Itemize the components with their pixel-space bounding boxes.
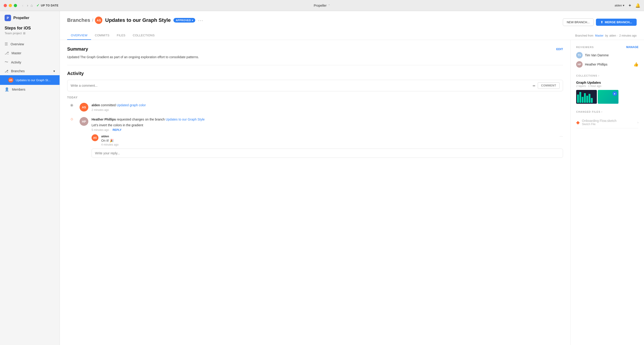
sidebar-item-master[interactable]: ⎇ Master bbox=[0, 48, 60, 58]
collection-item: Graph Updates 2 layers · 1 hour ago bbox=[576, 80, 638, 104]
breadcrumb: Branches / AS Updates to our Graph Style… bbox=[67, 16, 203, 24]
branch-info: Branched from Master by alden · 2 minute… bbox=[575, 34, 637, 37]
commit-avatar: AS bbox=[80, 103, 88, 112]
title-bar: ‹ › ⌂ ✓ UP TO DATE Propeller ⌃ alden ▾ ✦… bbox=[0, 0, 644, 11]
chevron-down-icon: ▾ bbox=[623, 4, 624, 7]
commit-link[interactable]: Updated graph color bbox=[116, 103, 146, 107]
reviewer-avatar-0: TV bbox=[576, 52, 582, 58]
edit-button[interactable]: EDIT bbox=[556, 48, 563, 51]
sidebar-item-overview[interactable]: ☰ Overview bbox=[0, 40, 60, 48]
diamond-icon: ◇ bbox=[70, 117, 73, 121]
user-menu[interactable]: alden ▾ bbox=[614, 4, 624, 7]
close-button[interactable] bbox=[4, 4, 7, 7]
branch-title: Updates to our Graph Style bbox=[105, 17, 171, 23]
bar-5 bbox=[586, 96, 588, 103]
maximize-button[interactable] bbox=[14, 4, 17, 7]
sidebar-item-branches[interactable]: ⎇ Branches ▾ bbox=[0, 67, 60, 75]
bell-icon[interactable]: 🔔 bbox=[635, 3, 640, 8]
activity-item-review: ◇ HP Heather Phillips requested changes … bbox=[67, 117, 563, 158]
tab-commits[interactable]: COMMITS bbox=[91, 31, 113, 40]
manage-link[interactable]: MANAGE bbox=[626, 46, 638, 49]
comment-button[interactable]: COMMENT bbox=[538, 82, 560, 89]
nested-time: 4 minutes ago bbox=[101, 143, 563, 146]
summary-title: Summary bbox=[67, 46, 88, 52]
home-button[interactable]: ⌂ bbox=[30, 4, 33, 8]
collections-title: COLLECTIONS bbox=[576, 74, 597, 77]
activity-icon: 〜 bbox=[4, 60, 8, 65]
sidebar-nav: ☰ Overview ⎇ Master 〜 Activity ⎇ Branche… bbox=[0, 40, 60, 94]
reviewer-name-1: Heather Phillips bbox=[585, 62, 631, 66]
content-body: Summary EDIT Updated The Graph Gradient … bbox=[60, 40, 644, 345]
comment-input-container: ⬌ COMMENT bbox=[67, 80, 563, 91]
master-link[interactable]: Master bbox=[595, 34, 604, 37]
reviewer-avatar-1: HP bbox=[576, 61, 582, 68]
tabs: OVERVIEW COMMITS FILES COLLECTIONS bbox=[67, 31, 158, 40]
changed-files-header: CHANGED FILES › bbox=[576, 110, 638, 114]
file-item-0[interactable]: ◆ Onboarding Flow.sketch Sketch File › bbox=[576, 116, 638, 128]
sidebar-item-activity[interactable]: 〜 Activity bbox=[0, 58, 60, 67]
bar-3 bbox=[582, 97, 584, 103]
nested-content: alden ··· On it! 🎉 4 minutes ago bbox=[101, 134, 563, 146]
reply-input[interactable] bbox=[95, 151, 560, 155]
chevron-icon: ⌃ bbox=[328, 4, 330, 7]
reviewer-name-0: Tim Van Damme bbox=[585, 53, 638, 57]
reviewers-section: REVIEWERS MANAGE TV Tim Van Damme HP Hea… bbox=[576, 46, 638, 68]
thumbs-up-icon: 👍 bbox=[634, 62, 638, 67]
reply-link[interactable]: REPLY bbox=[112, 128, 122, 132]
approved-badge[interactable]: APPROVED ▾ bbox=[174, 18, 195, 22]
sidebar-item-active-branch[interactable]: AS Updates to our Graph St... bbox=[0, 75, 60, 85]
collection-thumb-1[interactable]: ▶ bbox=[598, 90, 618, 104]
file-info: Onboarding Flow.sketch Sketch File bbox=[582, 119, 635, 126]
commit-time: 2 minutes ago bbox=[92, 108, 563, 112]
header-top-row: Branches / AS Updates to our Graph Style… bbox=[67, 16, 637, 28]
bar-7 bbox=[591, 98, 593, 103]
window-title: Propeller ⌃ bbox=[314, 4, 330, 7]
today-label: TODAY bbox=[67, 96, 563, 99]
branch-link[interactable]: Updates to our Graph Style bbox=[166, 118, 205, 121]
activity-item-commit: ◉ AS alden committed Updated graph color… bbox=[67, 103, 563, 112]
traffic-lights bbox=[4, 4, 17, 7]
sketch-icon: ◆ bbox=[576, 120, 580, 125]
tab-collections[interactable]: COLLECTIONS bbox=[129, 31, 158, 40]
review-time: 5 minutes ago · REPLY bbox=[92, 128, 563, 132]
nested-header: alden ··· bbox=[101, 134, 563, 138]
more-options-button[interactable]: ··· bbox=[198, 18, 203, 23]
comment-input[interactable] bbox=[70, 84, 530, 88]
merge-branch-button[interactable]: ⬆ MERGE BRANCH... bbox=[596, 19, 637, 26]
summary-section-header: Summary EDIT bbox=[67, 46, 563, 52]
file-name: Onboarding Flow.sketch bbox=[582, 119, 635, 122]
compass-icon[interactable]: ✦ bbox=[628, 3, 632, 8]
minimize-button[interactable] bbox=[9, 4, 12, 7]
back-button[interactable]: ‹ bbox=[21, 3, 24, 8]
changed-files-chevron-icon: › bbox=[601, 110, 602, 114]
tab-files[interactable]: FILES bbox=[113, 31, 129, 40]
bar-4 bbox=[584, 93, 586, 103]
markdown-icon: ⬌ bbox=[532, 84, 536, 88]
changed-files-title: CHANGED FILES bbox=[576, 110, 600, 113]
collection-thumb-0[interactable] bbox=[576, 90, 597, 104]
tab-overview[interactable]: OVERVIEW bbox=[67, 31, 91, 40]
forward-button[interactable]: › bbox=[26, 3, 30, 8]
summary-text: Updated The Graph Gradient as part of an… bbox=[67, 54, 563, 60]
brand: P Propeller bbox=[0, 15, 60, 26]
file-type: Sketch File bbox=[582, 122, 635, 126]
chevron-down-icon: ▾ bbox=[53, 69, 55, 73]
bar-1 bbox=[577, 94, 579, 103]
content-header: Branches / AS Updates to our Graph Style… bbox=[60, 11, 644, 40]
nested-more-button[interactable]: ··· bbox=[560, 134, 563, 138]
reviewer-item-1: HP Heather Phillips 👍 bbox=[576, 61, 638, 68]
review-icon-wrap: ◇ bbox=[67, 117, 76, 158]
chevron-right-icon: › bbox=[598, 74, 599, 77]
divider bbox=[67, 65, 563, 65]
sidebar-item-members[interactable]: 👤 Members bbox=[0, 85, 60, 94]
collections-section: COLLECTIONS › Graph Updates 2 layers · 1… bbox=[576, 74, 638, 104]
review-activity-text: Heather Phillips requested changes on th… bbox=[92, 117, 563, 122]
breadcrumb-link[interactable]: Branches bbox=[67, 17, 90, 23]
play-button[interactable]: ▶ bbox=[612, 91, 617, 96]
review-comment: Let's invert the colors in the gradient bbox=[92, 123, 563, 128]
members-icon: 👤 bbox=[4, 87, 9, 92]
project-meta: Team project ⊞ bbox=[0, 32, 60, 40]
reviewers-header: REVIEWERS MANAGE bbox=[576, 46, 638, 49]
new-branch-button[interactable]: NEW BRANCH... bbox=[563, 18, 594, 26]
commit-activity-text: alden committed Updated graph color bbox=[92, 103, 563, 108]
